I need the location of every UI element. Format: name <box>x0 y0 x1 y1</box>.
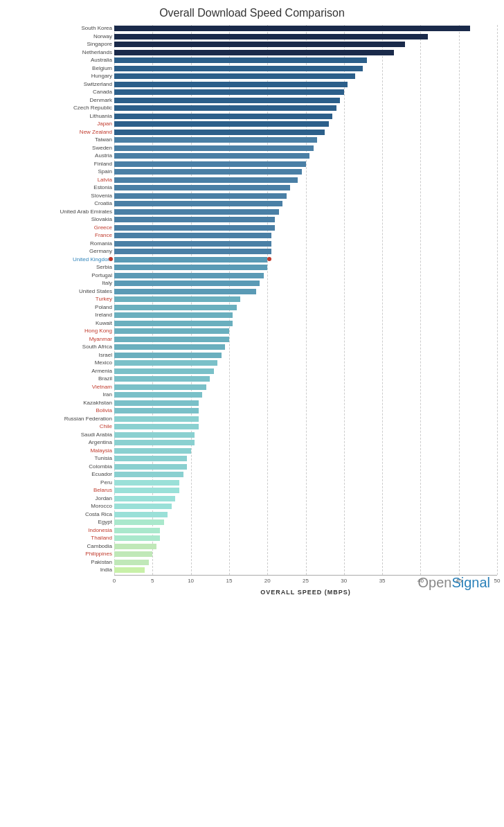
bar <box>114 368 214 374</box>
bar <box>114 321 233 326</box>
bar-row <box>114 65 497 72</box>
bar-row <box>114 113 497 120</box>
country-label-romania: Romania <box>90 240 114 247</box>
bar-row <box>114 551 497 558</box>
country-label-hong-kong: Hong Kong <box>84 328 114 335</box>
country-label-iran: Iran <box>102 391 114 398</box>
bar-row <box>114 368 497 375</box>
chart-area: South KoreaNorwaySingaporeNetherlandsAus… <box>7 25 497 596</box>
country-label-japan: Japan <box>97 121 114 127</box>
bar <box>114 448 191 454</box>
bar-row <box>114 232 497 239</box>
country-label-portugal: Portugal <box>91 272 114 279</box>
bar-row <box>114 559 497 566</box>
bar-row <box>114 73 497 80</box>
bar <box>114 57 367 63</box>
y-labels: South KoreaNorwaySingaporeNetherlandsAus… <box>7 25 114 575</box>
bar-row <box>114 97 497 104</box>
bar-row <box>114 256 497 263</box>
country-label-greece: Greece <box>94 224 114 231</box>
bar <box>114 177 298 183</box>
bar-row <box>114 400 497 407</box>
country-label-turkey: Turkey <box>96 296 114 303</box>
bar-row <box>114 200 497 207</box>
opensignal-logo: OpenSignal <box>7 575 490 591</box>
bar <box>114 392 202 398</box>
bar-row <box>114 296 497 303</box>
bar-row <box>114 264 497 271</box>
bar-row <box>114 288 497 295</box>
country-label-kuwait: Kuwait <box>96 320 114 327</box>
bar <box>114 353 222 358</box>
bar <box>114 440 195 445</box>
bar <box>114 89 344 95</box>
uk-dot-right <box>267 257 271 261</box>
bar <box>114 312 233 318</box>
bar <box>114 504 172 509</box>
chart-inner: South KoreaNorwaySingaporeNetherlandsAus… <box>7 25 497 575</box>
country-label-spain: Spain <box>98 168 114 175</box>
bar <box>114 296 240 302</box>
bar-row <box>114 193 497 199</box>
country-label-latvia: Latvia <box>98 177 114 184</box>
bar-row <box>114 423 497 430</box>
bar-row <box>114 33 497 40</box>
bar <box>114 121 329 127</box>
bar <box>114 265 267 270</box>
bar <box>114 233 271 238</box>
country-label-argentina: Argentina <box>89 439 114 446</box>
bar-row <box>114 272 497 279</box>
bar-row <box>114 280 497 287</box>
bar-row <box>114 136 497 143</box>
bar-row <box>114 543 497 550</box>
bar <box>114 344 225 350</box>
bar <box>114 488 179 493</box>
bar-row <box>114 432 497 438</box>
bar-row <box>114 216 497 223</box>
bar-row <box>114 479 497 486</box>
country-label-chile: Chile <box>100 423 114 430</box>
bar-row <box>114 336 497 343</box>
bar-row <box>114 184 497 191</box>
bar-row <box>114 320 497 327</box>
country-label-norway: Norway <box>93 33 114 40</box>
country-label-myanmar: Myanmar <box>89 336 114 343</box>
bar-row <box>114 161 497 168</box>
bar-row <box>114 25 497 32</box>
bar-row <box>114 89 497 96</box>
country-label-saudi-arabia: Saudi Arabia <box>81 432 114 438</box>
bar <box>114 209 279 215</box>
bar <box>114 217 275 222</box>
bar-row <box>114 328 497 335</box>
bar <box>114 145 314 151</box>
bar <box>114 512 168 517</box>
chart-container: Overall Download Speed Comparison South … <box>7 7 497 591</box>
country-label-canada: Canada <box>93 89 114 96</box>
bar <box>114 464 187 470</box>
country-label-indonesia: Indonesia <box>88 527 114 534</box>
bar <box>114 98 340 103</box>
country-label-estonia: Estonia <box>93 184 114 191</box>
country-label-italy: Italy <box>102 280 114 287</box>
bar <box>114 42 405 47</box>
country-label-cambodia: Cambodia <box>87 543 114 550</box>
country-label-armenia: Armenia <box>91 368 114 375</box>
country-label-jordan: Jordan <box>96 495 114 502</box>
country-label-belarus: Belarus <box>93 487 114 494</box>
bar-row <box>114 129 497 136</box>
country-label-sweden: Sweden <box>92 145 114 152</box>
bar <box>114 26 470 31</box>
bar-row <box>114 519 497 526</box>
bar <box>114 400 199 406</box>
country-label-austria: Austria <box>95 152 114 159</box>
grid-line <box>497 25 498 575</box>
bar <box>114 82 348 87</box>
bar <box>114 34 428 39</box>
bar <box>114 153 309 159</box>
country-label-israel: Israel <box>98 352 114 359</box>
bar <box>114 424 199 429</box>
country-label-egypt: Egypt <box>98 519 114 526</box>
bar <box>114 376 210 382</box>
bar-row <box>114 152 497 159</box>
country-label-croatia: Croatia <box>94 200 114 207</box>
